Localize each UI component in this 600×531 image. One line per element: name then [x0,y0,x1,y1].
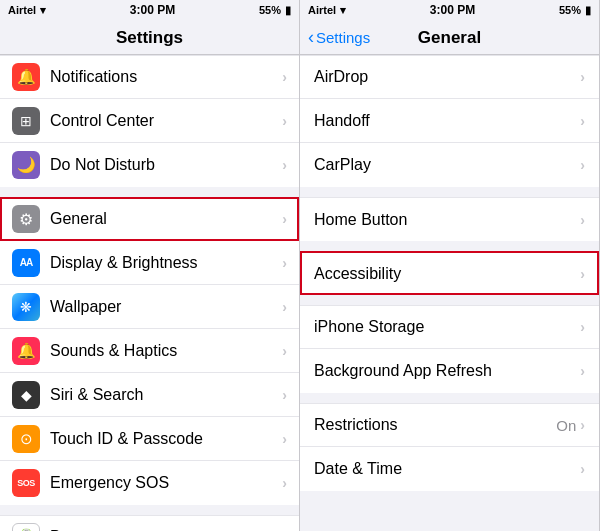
carplay-chevron: › [580,157,585,173]
settings-cell-notifications[interactable]: 🔔 Notifications › [0,55,299,99]
wallpaper-icon: ❋ [12,293,40,321]
display-icon: AA [12,249,40,277]
right-settings-list[interactable]: AirDrop › Handoff › CarPlay › Home Butto… [300,55,599,531]
left-settings-list[interactable]: 🔔 Notifications › ⊞ Control Center › 🌙 D… [0,55,299,531]
left-battery-icon: ▮ [285,4,291,17]
general-chevron: › [282,211,287,227]
settings-cell-touch[interactable]: ⊙ Touch ID & Passcode › [0,417,299,461]
display-chevron: › [282,255,287,271]
background-refresh-chevron: › [580,363,585,379]
right-section-1: AirDrop › Handoff › CarPlay › [300,55,599,187]
right-status-right: 55% ▮ [559,4,591,17]
battery-icon: 🔋 [12,523,40,531]
background-refresh-label: Background App Refresh [314,362,580,380]
wallpaper-chevron: › [282,299,287,315]
left-nav-bar: Settings [0,20,299,55]
left-status-left: Airtel ▾ [8,4,46,17]
right-battery-pct: 55% [559,4,581,16]
general-cell-background-refresh[interactable]: Background App Refresh › [300,349,599,393]
settings-cell-wallpaper[interactable]: ❋ Wallpaper › [0,285,299,329]
left-third-section: 🔋 Battery › ⊕ Privacy › [0,515,299,531]
sounds-icon: 🔔 [12,337,40,365]
siri-label: Siri & Search [50,386,282,404]
settings-cell-display[interactable]: AA Display & Brightness › [0,241,299,285]
sos-chevron: › [282,475,287,491]
restrictions-chevron: › [580,417,585,433]
general-cell-airdrop[interactable]: AirDrop › [300,55,599,99]
wallpaper-label: Wallpaper [50,298,282,316]
airdrop-chevron: › [580,69,585,85]
do-not-disturb-chevron: › [282,157,287,173]
notifications-icon: 🔔 [12,63,40,91]
general-cell-carplay[interactable]: CarPlay › [300,143,599,187]
back-chevron-icon: ‹ [308,28,314,46]
general-cell-accessibility[interactable]: Accessibility › [300,251,599,295]
do-not-disturb-icon: 🌙 [12,151,40,179]
settings-cell-siri[interactable]: ◆ Siri & Search › [0,373,299,417]
right-battery-icon: ▮ [585,4,591,17]
touch-icon: ⊙ [12,425,40,453]
back-button[interactable]: ‹ Settings [308,28,370,46]
sos-label: Emergency SOS [50,474,282,492]
control-center-chevron: › [282,113,287,129]
right-time: 3:00 PM [430,3,475,17]
left-second-section: ⚙ General › AA Display & Brightness › ❋ … [0,197,299,505]
left-wifi-icon: ▾ [40,4,46,17]
right-status-bar: Airtel ▾ 3:00 PM 55% ▮ [300,0,599,20]
airdrop-label: AirDrop [314,68,580,86]
general-icon: ⚙ [12,205,40,233]
left-main-section: 🔔 Notifications › ⊞ Control Center › 🌙 D… [0,55,299,187]
right-section-5: Restrictions On › Date & Time › [300,403,599,491]
touch-chevron: › [282,431,287,447]
sounds-label: Sounds & Haptics [50,342,282,360]
right-wifi-icon: ▾ [340,4,346,17]
settings-cell-sos[interactable]: SOS Emergency SOS › [0,461,299,505]
right-section-2: Home Button › [300,197,599,241]
right-carrier: Airtel [308,4,336,16]
left-status-bar: Airtel ▾ 3:00 PM 55% ▮ [0,0,299,20]
sounds-chevron: › [282,343,287,359]
control-center-label: Control Center [50,112,282,130]
general-cell-date-time[interactable]: Date & Time › [300,447,599,491]
do-not-disturb-label: Do Not Disturb [50,156,282,174]
home-button-chevron: › [580,212,585,228]
date-time-label: Date & Time [314,460,580,478]
iphone-storage-chevron: › [580,319,585,335]
control-center-icon: ⊞ [12,107,40,135]
accessibility-label: Accessibility [314,265,580,283]
right-status-left: Airtel ▾ [308,4,346,17]
right-panel: Airtel ▾ 3:00 PM 55% ▮ ‹ Settings Genera… [300,0,600,531]
restrictions-value: On [556,417,576,434]
restrictions-label: Restrictions [314,416,556,434]
handoff-label: Handoff [314,112,580,130]
settings-cell-do-not-disturb[interactable]: 🌙 Do Not Disturb › [0,143,299,187]
settings-cell-control-center[interactable]: ⊞ Control Center › [0,99,299,143]
touch-label: Touch ID & Passcode [50,430,282,448]
date-time-chevron: › [580,461,585,477]
general-cell-handoff[interactable]: Handoff › [300,99,599,143]
handoff-chevron: › [580,113,585,129]
left-time: 3:00 PM [130,3,175,17]
back-label: Settings [316,29,370,46]
notifications-chevron: › [282,69,287,85]
general-cell-home-button[interactable]: Home Button › [300,197,599,241]
carplay-label: CarPlay [314,156,580,174]
home-button-label: Home Button [314,211,580,229]
settings-cell-battery[interactable]: 🔋 Battery › [0,515,299,531]
notifications-label: Notifications [50,68,282,86]
right-section-3: Accessibility › [300,251,599,295]
left-nav-title: Settings [0,28,299,48]
general-label: General [50,210,282,228]
left-battery-pct: 55% [259,4,281,16]
accessibility-chevron: › [580,266,585,282]
general-cell-restrictions[interactable]: Restrictions On › [300,403,599,447]
settings-cell-general[interactable]: ⚙ General › [0,197,299,241]
left-carrier: Airtel [8,4,36,16]
siri-icon: ◆ [12,381,40,409]
settings-cell-sounds[interactable]: 🔔 Sounds & Haptics › [0,329,299,373]
sos-icon: SOS [12,469,40,497]
general-cell-iphone-storage[interactable]: iPhone Storage › [300,305,599,349]
display-label: Display & Brightness [50,254,282,272]
iphone-storage-label: iPhone Storage [314,318,580,336]
siri-chevron: › [282,387,287,403]
